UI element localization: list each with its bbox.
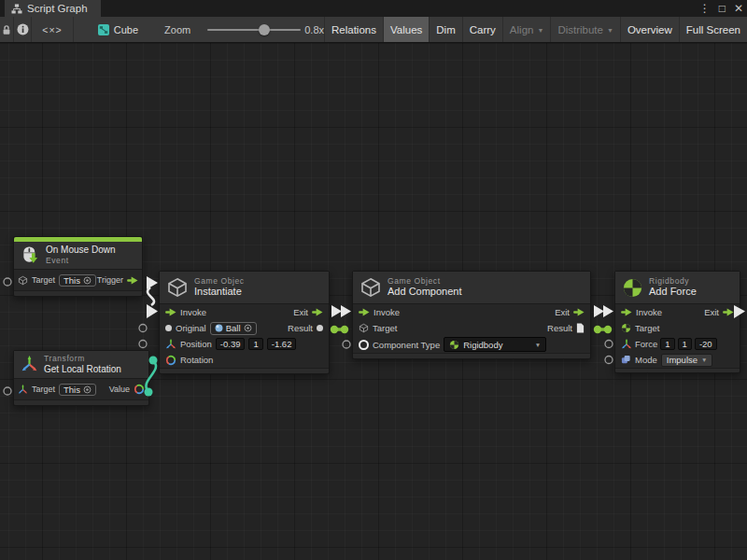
- node-header[interactable]: On Mouse Down Event: [14, 242, 142, 270]
- lock-button[interactable]: [0, 17, 14, 42]
- zoom-slider[interactable]: [207, 24, 301, 35]
- node-add-force[interactable]: Rigidbody Add Force Invoke Exit: [614, 271, 740, 373]
- invoke-flow-port[interactable]: [165, 308, 176, 316]
- distribute-button[interactable]: Distribute ▼: [550, 17, 620, 42]
- zoom-value: 0.8x: [304, 24, 324, 35]
- window-menu-icon[interactable]: ⋮: [699, 0, 711, 17]
- transform-icon: [18, 385, 28, 395]
- graph-toolbar: <×> Cube Zoom 0.8x Relations Values Dim …: [0, 17, 747, 43]
- dim-button[interactable]: Dim: [429, 17, 461, 42]
- invoke-flow-port[interactable]: [359, 308, 370, 316]
- position-z-field[interactable]: -1.62: [267, 338, 297, 350]
- code-view-button[interactable]: <×>: [32, 17, 74, 42]
- node-header[interactable]: Transform Get Local Rotation: [14, 351, 148, 379]
- object-picker-icon[interactable]: [83, 385, 92, 394]
- overview-button[interactable]: Overview: [620, 17, 679, 42]
- flow-arrowhead[interactable]: [147, 276, 158, 289]
- value-wire-endpoint[interactable]: [604, 326, 612, 333]
- open-port-target[interactable]: [4, 387, 11, 395]
- wire-trigger-to-invoke[interactable]: [148, 287, 154, 305]
- trigger-port-label: Trigger: [97, 275, 123, 285]
- node-add-component[interactable]: Game Object Add Component Invoke Exit: [352, 271, 591, 359]
- force-y-field[interactable]: 1: [678, 338, 692, 350]
- port-row-original-result: Original Ball Result: [160, 320, 329, 336]
- dropdown-caret-icon: ▼: [701, 357, 707, 363]
- node-header[interactable]: Rigidbody Add Force: [615, 272, 740, 304]
- node-title: Add Component: [388, 286, 462, 299]
- result-value-port[interactable]: [317, 325, 323, 331]
- node-category: Transform: [44, 354, 121, 364]
- component-type-port[interactable]: [359, 340, 369, 350]
- node-footer: [615, 368, 740, 372]
- info-button[interactable]: [14, 17, 32, 42]
- open-port-component-type[interactable]: [343, 341, 350, 348]
- node-instantiate[interactable]: Game Objec Instantiate Invoke Exit: [159, 271, 330, 374]
- exit-port-label: Exit: [704, 307, 719, 317]
- port-row-mode: Mode Impulse ▼: [615, 352, 740, 368]
- exit-flow-port[interactable]: [573, 308, 585, 316]
- carry-button[interactable]: Carry: [462, 17, 502, 42]
- exit-flow-port[interactable]: [723, 308, 734, 316]
- graph-breadcrumb[interactable]: Cube: [98, 17, 138, 42]
- trigger-flow-port[interactable]: [127, 276, 138, 285]
- mouse-down-icon: [21, 245, 40, 265]
- exit-flow-port[interactable]: [312, 308, 323, 316]
- open-port-original[interactable]: [139, 325, 147, 332]
- node-get-local-rotation[interactable]: Transform Get Local Rotation Target This: [13, 350, 149, 406]
- node-on-mouse-down[interactable]: On Mouse Down Event Target This T: [13, 236, 143, 297]
- value-wire-endpoint[interactable]: [341, 326, 348, 333]
- open-port-position[interactable]: [139, 341, 147, 348]
- object-picker-icon[interactable]: [244, 324, 252, 332]
- flow-arrowhead[interactable]: [331, 305, 342, 317]
- align-button[interactable]: Align ▼: [502, 17, 551, 42]
- gameobject-icon: [166, 276, 189, 299]
- force-z-field[interactable]: -20: [695, 338, 717, 350]
- node-title: On Mouse Down: [46, 245, 115, 257]
- exit-port-label: Exit: [555, 307, 570, 317]
- value-wire-endpoint[interactable]: [594, 326, 601, 333]
- flow-arrowhead[interactable]: [341, 305, 351, 317]
- flow-arrowhead[interactable]: [603, 305, 613, 317]
- target-object-field[interactable]: This: [59, 274, 96, 287]
- open-port-target[interactable]: [4, 278, 11, 286]
- node-title: Add Force: [649, 286, 697, 299]
- component-type-dropdown[interactable]: Rigidbody ▼: [444, 337, 546, 352]
- invoke-flow-port[interactable]: [621, 308, 632, 316]
- original-value-port[interactable]: [165, 325, 172, 331]
- close-icon[interactable]: ✕: [734, 0, 743, 17]
- flow-arrowhead[interactable]: [147, 304, 158, 318]
- position-y-field[interactable]: 1: [248, 338, 262, 350]
- node-title: Get Local Rotation: [44, 364, 121, 376]
- values-button[interactable]: Values: [383, 17, 429, 42]
- force-x-field[interactable]: 1: [660, 338, 674, 350]
- graph-name: Cube: [114, 24, 138, 35]
- open-port-mode[interactable]: [605, 357, 613, 364]
- value-wire-endpoint[interactable]: [149, 357, 158, 365]
- rotation-value-port[interactable]: [134, 384, 145, 395]
- force-mode-dropdown[interactable]: Impulse ▼: [661, 354, 713, 367]
- position-x-field[interactable]: -0.39: [216, 338, 246, 350]
- original-object-field[interactable]: Ball: [210, 322, 257, 335]
- graph-canvas[interactable]: On Mouse Down Event Target This T: [0, 43, 747, 560]
- object-picker-icon[interactable]: [83, 276, 92, 285]
- target-object-field[interactable]: This: [59, 384, 96, 396]
- node-header[interactable]: Game Objec Instantiate: [160, 272, 329, 304]
- rigidbody-icon: [621, 323, 631, 333]
- target-port-label: Target: [635, 323, 659, 333]
- maximize-icon[interactable]: □: [719, 0, 726, 17]
- port-row-position: Position -0.39 1 -1.62: [160, 336, 329, 352]
- flow-arrowhead[interactable]: [594, 305, 604, 317]
- node-category: Game Object: [388, 276, 462, 287]
- component-doc-icon[interactable]: [576, 323, 585, 333]
- tab-bar: Script Graph ⋮ □ ✕: [0, 0, 747, 17]
- fullscreen-button[interactable]: Full Screen: [679, 17, 747, 42]
- zoom-label: Zoom: [164, 24, 190, 35]
- rotation-port-label: Rotation: [180, 355, 213, 365]
- zoom-slider-handle[interactable]: [259, 24, 270, 35]
- tab-script-graph[interactable]: Script Graph: [5, 0, 101, 17]
- vector3-icon: [621, 339, 632, 350]
- relations-button[interactable]: Relations: [324, 17, 383, 42]
- open-port-force[interactable]: [605, 341, 613, 348]
- node-header[interactable]: Game Object Add Component: [353, 272, 590, 304]
- value-wire-endpoint[interactable]: [331, 326, 338, 333]
